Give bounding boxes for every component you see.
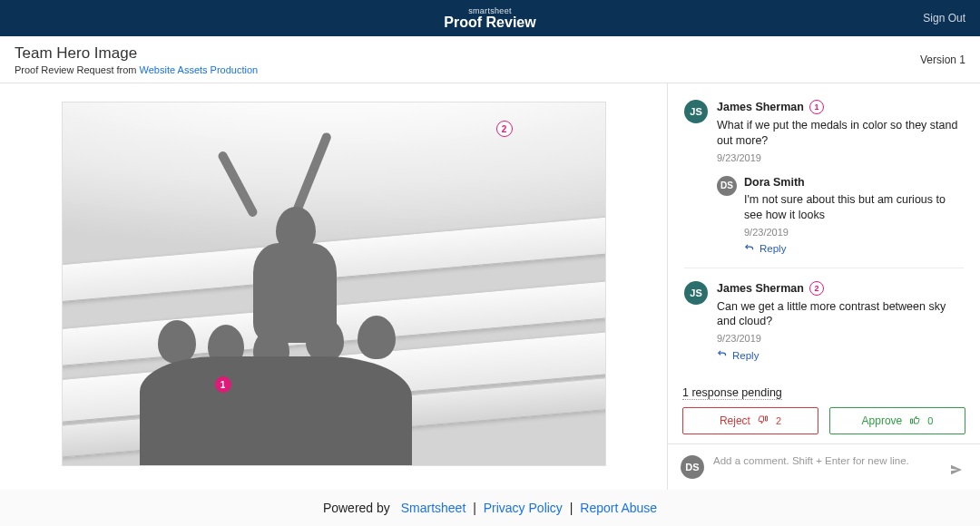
reply-button[interactable]: Reply <box>744 243 964 255</box>
response-bar: 1 response pending Reject 2 Approve 0 <box>668 378 980 443</box>
avatar: JS <box>684 100 708 123</box>
reject-label: Reject <box>720 414 750 427</box>
brand-logo: smartsheet Proof Review <box>444 7 535 30</box>
compose-avatar: DS <box>681 455 704 479</box>
comment-annotation-badge[interactable]: 1 <box>809 100 824 114</box>
reply-arrow-icon <box>717 349 727 361</box>
reply-button[interactable]: Reply <box>717 349 964 361</box>
footer: Powered by Smartsheet | Privacy Policy |… <box>0 490 980 526</box>
brand-bar: smartsheet Proof Review Sign Out <box>0 0 980 36</box>
send-icon[interactable] <box>949 463 964 481</box>
canvas-area: 12 <box>0 83 667 490</box>
annotation-marker-1[interactable]: 1 <box>215 376 231 393</box>
brand-big-text: Proof Review <box>444 15 535 30</box>
annotation-marker-2[interactable]: 2 <box>496 121 513 137</box>
sign-out-link[interactable]: Sign Out <box>923 0 965 36</box>
comment-text: What if we put the medals in color so th… <box>717 118 964 149</box>
brand-small-text: smartsheet <box>444 7 535 15</box>
proof-title: Team Hero Image <box>15 44 258 63</box>
compose-input[interactable]: Add a comment. Shift + Enter for new lin… <box>713 455 967 466</box>
comment-reply: DS Dora Smith I'm not sure about this bu… <box>717 176 964 255</box>
footer-privacy-link[interactable]: Privacy Policy <box>484 501 563 515</box>
comment-author: Dora Smith <box>744 176 805 189</box>
reject-count: 2 <box>776 415 781 426</box>
avatar: JS <box>684 281 708 305</box>
main-area: 12 JS James Sherman 1 What if we put the… <box>0 83 980 490</box>
comment-thread[interactable]: JS James Sherman 2 Can we get a little m… <box>684 281 964 375</box>
compose-row: DS Add a comment. Shift + Enter for new … <box>668 443 980 490</box>
comments-sidebar: JS James Sherman 1 What if we put the me… <box>667 83 980 490</box>
pending-responses: 1 response pending <box>682 386 782 400</box>
proof-version: Version 1 <box>920 54 965 66</box>
proof-subtitle-prefix: Proof Review Request from <box>15 64 140 75</box>
footer-abuse-link[interactable]: Report Abuse <box>580 501 657 515</box>
comment-author: James Sherman <box>717 282 804 295</box>
comment-thread-list[interactable]: JS James Sherman 1 What if we put the me… <box>668 83 980 378</box>
avatar: DS <box>717 176 737 196</box>
comment-text: I'm not sure about this but am curious t… <box>744 192 964 223</box>
comment-date: 9/23/2019 <box>744 227 964 238</box>
comment-author: James Sherman <box>717 101 804 113</box>
photo-team-figures <box>63 102 605 465</box>
comment-text: Can we get a little more contrast betwee… <box>717 299 964 330</box>
reject-button[interactable]: Reject 2 <box>682 407 818 434</box>
approve-label: Approve <box>862 414 903 427</box>
footer-brand-link[interactable]: Smartsheet <box>401 501 466 515</box>
reply-arrow-icon <box>744 243 754 255</box>
proof-source-link[interactable]: Website Assets Production <box>140 64 259 75</box>
proof-subtitle: Proof Review Request from Website Assets… <box>15 64 258 75</box>
approve-button[interactable]: Approve 0 <box>829 407 965 434</box>
comment-annotation-badge[interactable]: 2 <box>809 281 824 296</box>
comment-thread[interactable]: JS James Sherman 1 What if we put the me… <box>684 100 964 268</box>
approve-count: 0 <box>927 415 933 426</box>
proof-image[interactable]: 12 <box>62 102 606 466</box>
footer-prefix: Powered by <box>323 501 390 515</box>
proof-header: Team Hero Image Proof Review Request fro… <box>0 36 980 83</box>
comment-date: 9/23/2019 <box>717 152 964 163</box>
comment-date: 9/23/2019 <box>717 333 964 344</box>
thumb-up-icon <box>909 414 920 428</box>
thumb-down-icon <box>758 414 769 428</box>
